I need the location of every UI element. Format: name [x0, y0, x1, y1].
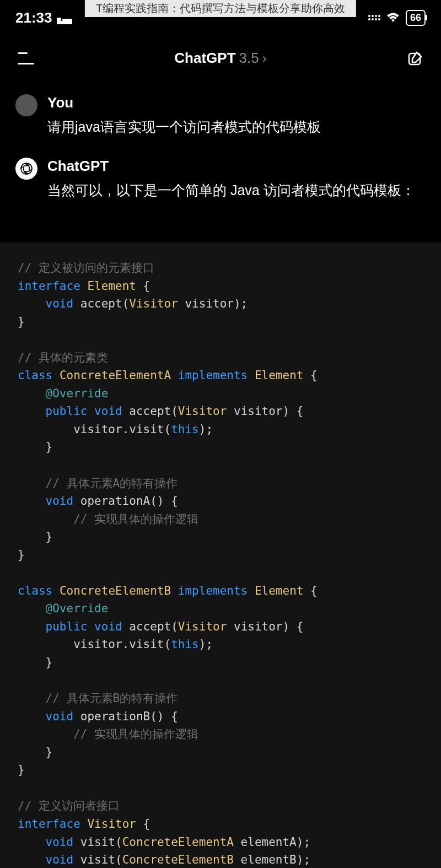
title-version: 3.5 [239, 50, 259, 67]
wifi-icon [386, 12, 400, 23]
cellular-icon [368, 15, 380, 20]
bed-icon [57, 12, 72, 23]
top-banner: T编程实践指南：代码撰写方法与模板分享助你高效 [85, 0, 356, 17]
user-name: You [47, 94, 426, 111]
assistant-avatar [15, 158, 37, 180]
chat-area: You 请用java语言实现一个访问者模式的代码模板 ChatGPT 当然可以，… [0, 83, 441, 231]
svg-rect-1 [57, 18, 61, 21]
model-selector[interactable]: ChatGPT 3.5 › [174, 50, 266, 67]
user-text: 请用java语言实现一个访问者模式的代码模板 [47, 117, 426, 138]
user-avatar [15, 94, 37, 116]
assistant-text: 当然可以，以下是一个简单的 Java 访问者模式的代码模板： [47, 180, 426, 201]
title-main: ChatGPT [174, 50, 235, 67]
svg-rect-2 [62, 19, 72, 21]
app-header: ChatGPT 3.5 › [0, 33, 441, 83]
battery-indicator: 66 [406, 10, 426, 26]
code-block[interactable]: // 定义被访问的元素接口 interface Element { void a… [0, 242, 441, 868]
status-time: 21:33 [15, 9, 52, 26]
assistant-name: ChatGPT [47, 158, 426, 175]
openai-logo-icon [19, 161, 34, 176]
user-message: You 请用java语言实现一个访问者模式的代码模板 [15, 94, 426, 138]
chevron-right-icon: › [262, 51, 267, 66]
svg-point-4 [21, 163, 32, 174]
compose-icon[interactable] [407, 50, 423, 67]
svg-rect-0 [57, 21, 72, 24]
menu-icon[interactable] [18, 52, 34, 64]
assistant-message: ChatGPT 当然可以，以下是一个简单的 Java 访问者模式的代码模板： [15, 158, 426, 201]
